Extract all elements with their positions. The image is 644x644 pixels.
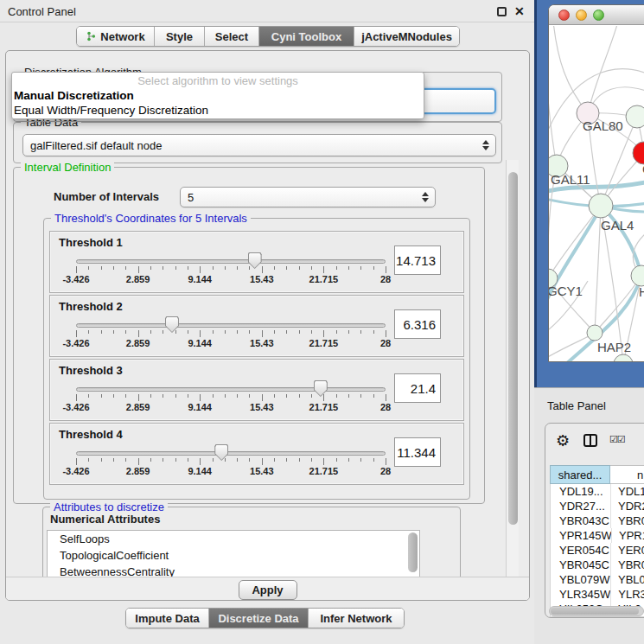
- panel-title: Control Panel: [8, 5, 76, 18]
- column-header-name[interactable]: n: [610, 465, 644, 484]
- table-row[interactable]: YER054CYER0: [551, 543, 644, 558]
- column-layout-icon[interactable]: [583, 434, 597, 447]
- table-row[interactable]: YLR345WYLR3: [551, 587, 644, 602]
- threshold-4-value-input[interactable]: [394, 437, 441, 467]
- network-view-window[interactable]: GAL80 GA C GAL11 GAL4 GCY1 H HAP2: [548, 4, 644, 362]
- table-horizontal-scrollbar[interactable]: [549, 606, 644, 616]
- threshold-1-slider[interactable]: -3.4262.8599.14415.4321.71528: [76, 251, 386, 290]
- tab-discretize-data[interactable]: Discretize Data: [209, 609, 309, 628]
- tick-mark: [225, 330, 226, 334]
- algorithm-option-manual[interactable]: Manual Discretization: [14, 89, 134, 102]
- tab-jactivemnodules[interactable]: jActiveMNodules: [354, 27, 459, 46]
- scrollbar-thumb[interactable]: [551, 608, 639, 615]
- threshold-1-value-input[interactable]: [394, 245, 441, 275]
- tick-mark: [386, 458, 386, 465]
- cell-name[interactable]: YBL0: [610, 572, 644, 587]
- node-labels: GAL80 GA C GAL11 GAL4 GCY1 H HAP2: [549, 118, 644, 354]
- tick-mark: [200, 394, 201, 401]
- threshold-4-slider[interactable]: -3.4262.8599.14415.4321.71528: [76, 443, 386, 482]
- network-window-titlebar[interactable]: [549, 5, 644, 25]
- cell-name[interactable]: YER0: [610, 543, 644, 558]
- tab-impute-data[interactable]: Impute Data: [126, 609, 209, 628]
- node-hap2[interactable]: [587, 325, 603, 341]
- float-window-icon[interactable]: [497, 7, 507, 16]
- table-row[interactable]: YBR043CYBR0: [551, 513, 644, 528]
- table-data-combobox[interactable]: galFiltered.sif default node: [22, 134, 496, 156]
- tick-label: 21.715: [309, 466, 339, 476]
- node-h[interactable]: [631, 265, 644, 286]
- cell-name[interactable]: YBR0: [610, 513, 644, 528]
- zoom-traffic-light-icon[interactable]: [593, 10, 604, 21]
- tick-mark: [163, 330, 163, 334]
- tab-cyni-toolbox[interactable]: Cyni Toolbox: [259, 27, 354, 46]
- column-header-shared[interactable]: shared...: [550, 465, 610, 484]
- attributes-list-scrollbar[interactable]: [408, 532, 418, 572]
- attribute-list-item[interactable]: TopologicalCoefficient: [48, 547, 419, 564]
- tick-mark: [311, 394, 312, 398]
- tick-mark: [113, 394, 114, 398]
- threshold-2-value-input[interactable]: [394, 309, 441, 339]
- node-label-gcy1: GCY1: [549, 284, 583, 298]
- cell-name[interactable]: YDL1: [610, 484, 644, 499]
- apply-button[interactable]: Apply: [239, 580, 297, 600]
- node-label-h: H: [639, 284, 644, 299]
- threshold-2-slider[interactable]: -3.4262.8599.14415.4321.71528: [76, 315, 386, 354]
- tick-mark: [225, 458, 226, 462]
- cell-name[interactable]: YLR3: [610, 587, 644, 602]
- threshold-4-label: Threshold 4: [59, 428, 123, 441]
- cell-shared-name[interactable]: YER054C: [551, 543, 610, 558]
- node-bottom[interactable]: [614, 354, 633, 362]
- cell-shared-name[interactable]: YPR145W: [551, 528, 611, 543]
- tab-style[interactable]: Style: [155, 27, 205, 46]
- algorithm-option-equal-width[interactable]: Equal Width/Frequency Discretization: [14, 104, 208, 117]
- tick-label: -3.426: [62, 466, 89, 476]
- tab-infer-network[interactable]: Infer Network: [309, 609, 404, 628]
- node-gal-right[interactable]: [626, 105, 644, 128]
- tick-mark: [88, 330, 89, 334]
- tick-mark: [163, 458, 163, 462]
- number-of-intervals-label: Number of Intervals: [54, 190, 159, 203]
- slider-tick-labels: -3.4262.8599.14415.4321.71528: [76, 274, 386, 286]
- tab-network[interactable]: Network: [77, 27, 155, 46]
- scrollbar-thumb[interactable]: [508, 172, 518, 525]
- table-row[interactable]: YDL19...YDL1: [551, 484, 644, 499]
- number-of-intervals-combobox[interactable]: 5: [180, 187, 436, 207]
- attribute-list-item[interactable]: SelfLoops: [48, 531, 419, 547]
- minimize-traffic-light-icon[interactable]: [576, 10, 587, 21]
- cell-shared-name[interactable]: YDR27...: [551, 499, 610, 513]
- select-columns-icon[interactable]: ☑☑: [609, 434, 625, 445]
- tick-label: 21.715: [309, 274, 339, 284]
- tick-label: 9.144: [188, 274, 212, 284]
- tick-mark: [360, 394, 361, 398]
- cell-shared-name[interactable]: YBL079W: [551, 572, 610, 587]
- settings-vertical-scrollbar[interactable]: [506, 160, 519, 577]
- close-traffic-light-icon[interactable]: [558, 10, 570, 21]
- cell-name[interactable]: YPR1: [611, 528, 644, 543]
- cell-name[interactable]: YBR0: [610, 558, 644, 572]
- threshold-3-value-input[interactable]: [394, 373, 441, 403]
- cell-name[interactable]: YDR2: [610, 499, 644, 513]
- tick-mark: [138, 266, 139, 273]
- tick-mark: [360, 330, 361, 334]
- cell-shared-name[interactable]: YBR045C: [551, 558, 610, 572]
- cell-shared-name[interactable]: YDL19...: [551, 484, 610, 499]
- node-gal4[interactable]: [589, 194, 613, 218]
- gear-icon[interactable]: ⚙: [556, 431, 570, 450]
- close-icon[interactable]: ✕: [514, 4, 525, 18]
- threshold-3-slider[interactable]: -3.4262.8599.14415.4321.71528: [76, 379, 386, 418]
- tick-mark: [175, 266, 176, 270]
- tick-label: 2.859: [126, 402, 150, 412]
- network-graph-canvas[interactable]: GAL80 GA C GAL11 GAL4 GCY1 H HAP2: [549, 26, 644, 362]
- table-row[interactable]: YBR045CYBR0: [551, 558, 644, 572]
- tick-label: 15.43: [250, 274, 274, 284]
- table-row[interactable]: YDR27...YDR2: [551, 499, 644, 513]
- cell-shared-name[interactable]: YBR043C: [551, 513, 610, 528]
- tab-select[interactable]: Select: [205, 27, 259, 46]
- tick-mark: [237, 330, 238, 334]
- table-row[interactable]: YBL079WYBL0: [551, 572, 644, 587]
- table-row[interactable]: YPR145WYPR1: [551, 528, 644, 543]
- combo-stepper-icon: [422, 192, 429, 202]
- tick-mark: [138, 394, 139, 401]
- cell-shared-name[interactable]: YLR345W: [551, 587, 610, 602]
- tick-mark: [113, 330, 114, 334]
